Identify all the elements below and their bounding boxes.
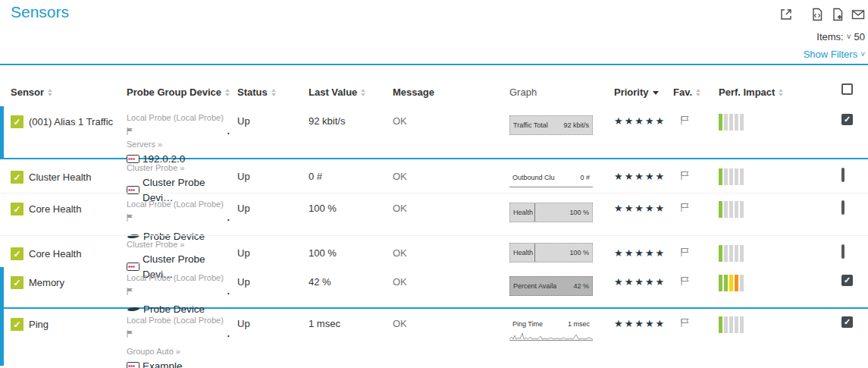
perf-impact-bars [719,316,744,333]
sensor-name[interactable]: Core Health [29,203,81,215]
mini-graph[interactable]: Health 100 % [509,203,593,222]
column-header-perf-impact[interactable]: Perf. Impact [719,65,841,106]
group-name[interactable]: Cluster Probe » [127,239,233,251]
mini-graph[interactable]: Health 100 % [509,243,593,263]
column-header-last-value[interactable]: Last Value [309,65,393,106]
items-count: 50 [854,31,865,42]
mini-graph[interactable]: Traffic Total 92 kbit/s [509,115,593,135]
column-header-fav[interactable]: Fav. [673,65,719,106]
graph-cell[interactable]: Ping Time 1 msec [509,309,614,368]
column-header-status[interactable]: Status [237,65,309,106]
column-header-message: Message [393,65,509,106]
mini-graph[interactable]: Ping Time 1 msec [509,318,593,341]
column-header-select-all [841,65,868,106]
row-checkbox-checked[interactable]: ✓ [841,114,853,125]
chevron-down-icon: ˅ [860,51,865,58]
truncated-path-dot: . [227,211,230,225]
probe-group-device-cell[interactable]: Local Probe (Local Probe) . Servers » 19… [127,106,237,166]
table-row[interactable]: ✓ Core Health Cluster Probe » Cluster Pr… [0,235,868,267]
items-count-control[interactable]: Items: ˅ 50 [816,31,865,42]
row-checkbox-checked[interactable]: ✓ [841,275,853,286]
column-header-probe-group-device[interactable]: Probe Group Device [127,65,237,106]
probe-name[interactable]: Local Probe (Local Probe) [127,112,233,124]
select-cell: ✓ [841,106,868,166]
perf-impact-bars [719,275,744,291]
flag-icon [127,214,133,222]
sensor-name[interactable]: (001) Alias 1 Traffic [29,115,113,127]
flag-icon [127,288,133,295]
perf-impact-bars [719,245,744,262]
column-header-priority[interactable]: Priority [614,65,673,106]
last-value-cell: 1 msec [309,309,393,368]
truncated-path-dot: . [227,285,230,299]
send-email-icon[interactable] [851,8,865,21]
add-report-icon[interactable] [831,8,844,21]
open-in-new-window-icon[interactable] [779,8,793,21]
group-name[interactable]: Servers » [127,139,233,151]
row-checkbox-checked[interactable]: ✓ [841,316,853,328]
group-name[interactable]: Groupo Auto » [127,346,233,358]
column-header-graph: Graph [509,65,614,106]
device-name[interactable]: Example [143,359,183,368]
sort-icon [48,89,52,96]
row-checkbox[interactable] [841,200,844,215]
device-icon [127,362,139,368]
sensor-cell[interactable]: ✓ (001) Alias 1 Traffic [0,106,127,166]
last-value-cell: 92 kbit/s [309,106,393,166]
graph-divider [534,244,535,262]
sensor-status-up-icon: ✓ [11,318,24,331]
sensor-status-up-icon: ✓ [11,276,24,289]
sensors-table: Sensor Probe Group Device Status Last Va… [0,65,868,366]
favorite-flag-icon[interactable] [673,309,719,368]
priority-stars[interactable]: ★★★★★ [614,309,673,368]
sensor-name[interactable]: Cluster Health [29,171,91,183]
probe-group-device-cell[interactable]: Local Probe (Local Probe) . Groupo Auto … [127,309,237,368]
flag-icon [127,330,133,338]
table-row[interactable]: ✓ Memory Local Probe (Local Probe) . Pro… [0,267,868,309]
perf-impact-bars [719,201,744,218]
truncated-path-dot: . [227,124,230,139]
show-filters-link[interactable]: Show Filters ˅ [804,49,865,60]
column-header-sensor[interactable]: Sensor [0,65,127,106]
perf-impact-bars [719,168,744,185]
row-checkbox[interactable] [841,244,844,259]
xml-export-icon[interactable] [810,8,824,21]
table-row[interactable]: ✓ Core Health Local Probe (Local Probe) … [0,193,868,235]
page-title: Sensors [11,3,69,21]
graph-cell[interactable]: Traffic Total 92 kbit/s [509,106,614,166]
mini-graph[interactable]: Percent Availa 42 % [509,276,593,296]
probe-name[interactable]: Local Probe (Local Probe) [127,315,233,327]
favorite-flag-icon[interactable] [673,106,719,166]
probe-name[interactable]: Local Probe (Local Probe) [127,272,233,285]
ping-sparkline [509,331,593,340]
sensor-name[interactable]: Memory [29,276,64,288]
sensor-name[interactable]: Core Health [29,247,81,259]
message-cell: OK [393,309,509,368]
table-row[interactable]: ✓ (001) Alias 1 Traffic Local Probe (Loc… [0,106,868,159]
sensor-name[interactable]: Ping [29,318,49,330]
select-all-checkbox[interactable] [841,83,853,95]
table-row[interactable]: ✓ Ping Local Probe (Local Probe) . Group… [0,309,868,366]
flag-icon [127,127,133,135]
select-cell: ✓ [841,309,868,368]
sort-icon [696,89,700,96]
table-row[interactable]: ✓ Cluster Health Cluster Probe » Cluster… [0,159,868,193]
sort-desc-icon [653,91,659,95]
status-cell: Up [237,309,309,368]
priority-stars[interactable]: ★★★★★ [614,106,673,166]
chevron-down-icon: ˅ [847,33,851,41]
probe-name[interactable]: Local Probe (Local Probe) [127,199,233,211]
sort-icon [271,89,276,96]
sort-icon [361,89,365,96]
show-filters-label: Show Filters [804,49,858,60]
perf-impact-cell [719,309,841,368]
sensor-cell[interactable]: ✓ Ping [0,309,127,368]
status-cell: Up [237,106,309,166]
row-checkbox[interactable] [841,168,844,182]
mini-graph[interactable]: Outbound Clu 0 # [509,168,593,187]
group-name[interactable]: Cluster Probe » [127,162,233,175]
toolbar [772,8,865,21]
sensor-status-up-icon: ✓ [11,115,24,128]
sensor-status-up-icon: ✓ [11,247,24,260]
truncated-path-dot: . [227,327,230,341]
